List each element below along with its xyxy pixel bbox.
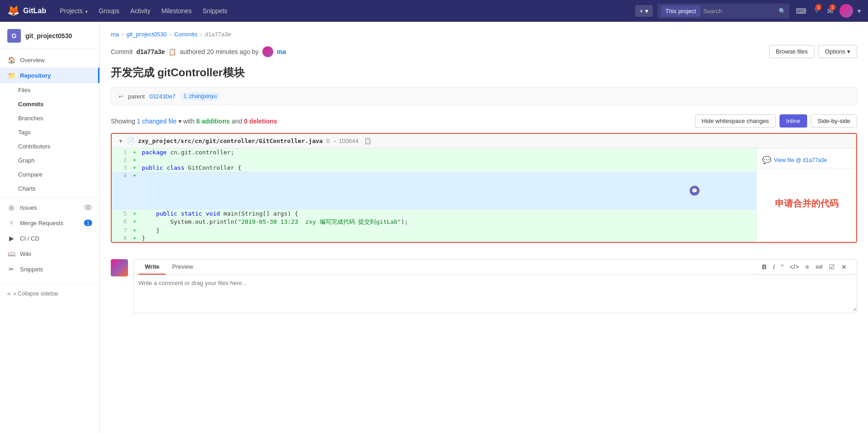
add-comment-button[interactable]: 💬 (690, 186, 700, 196)
comment-toolbar: B I " </> ≡ ≡# ☑ ✕ (757, 260, 852, 275)
wiki-icon: 📖 (7, 250, 15, 257)
topnav-right: + ▾ This project 🔍 ⌨ ⑂ 1 ✉ 1 ▾ (635, 4, 861, 19)
commenter-avatar (111, 259, 128, 276)
view-file-link[interactable]: View file @ d1a77a3e (774, 157, 827, 163)
table-row: 6 + System.out.println("2019-05-30 13:23… (112, 217, 756, 226)
file-diff-header: ▼ 📄 zxy_project/src/cn/git/controller/Gi… (112, 134, 856, 148)
this-project-button[interactable]: This project (661, 5, 700, 17)
merge-requests-icon: ⑂ (7, 219, 15, 226)
parent-merge-icon: ↩ (118, 93, 123, 100)
sidebar-item-wiki[interactable]: 📖 Wiki (0, 246, 99, 261)
changed-file-link[interactable]: 1 changed file (137, 118, 177, 125)
diff-right-panel: 💬 View file @ d1a77a3e 申请合并的代码 (756, 148, 856, 242)
search-input[interactable] (703, 8, 776, 15)
sidebar-subitem-contributors[interactable]: Contributors (0, 139, 99, 153)
sidebar-subitem-commits[interactable]: Commits (0, 97, 99, 111)
commit-authored-text: authored 20 minutes ago by (180, 48, 259, 55)
sidebar-item-issues[interactable]: ◎ Issues 0 (0, 200, 99, 215)
italic-button[interactable]: I (771, 262, 777, 271)
view-file-area: 💬 View file @ d1a77a3e (757, 152, 856, 168)
nav-projects[interactable]: Projects ▾ (55, 5, 92, 16)
cicd-icon: ▶ (7, 235, 15, 242)
sidebar-subitem-tags[interactable]: Tags (0, 125, 99, 139)
collapse-sidebar-button[interactable]: « « Collapse sidebar (0, 284, 99, 302)
breadcrumb-project[interactable]: git_project0530 (126, 31, 167, 38)
comment-box-wrap: Write Preview B I " </> ≡ ≡# ☑ ✕ (111, 259, 857, 313)
task-list-button[interactable]: ☑ (827, 262, 837, 271)
sidebar-subitem-branches[interactable]: Branches (0, 111, 99, 125)
diff-collapse-icon[interactable]: ▼ (118, 138, 123, 144)
gitlab-fox-icon: 🦊 (7, 5, 20, 17)
sidebar-item-merge-requests[interactable]: ⑂ Merge Requests 1 (0, 215, 99, 231)
comment-bubble-icon: 💬 (762, 156, 771, 164)
options-button[interactable]: Options ▾ (818, 45, 857, 58)
commit-actions: Browse files Options ▾ (769, 45, 857, 58)
sidebar-subitem-files[interactable]: Files (0, 83, 99, 97)
commit-author-avatar (262, 46, 273, 57)
comment-textarea[interactable] (134, 275, 857, 311)
comment-editor-tabs: Write Preview B I " </> ≡ ≡# ☑ ✕ (134, 260, 857, 275)
write-tab[interactable]: Write (138, 260, 166, 275)
breadcrumb-hash: d1a77a3e (205, 31, 231, 38)
file-diff: ▼ 📄 zxy_project/src/cn/git/controller/Gi… (111, 133, 857, 243)
changes-summary: Showing 1 changed file ▾ with 8 addition… (111, 114, 857, 128)
layout: G git_project0530 🏠 Overview 📁 Repositor… (0, 22, 868, 433)
commit-parent: ↩ parent 032430e7 𝕃 zhangxinyu (111, 87, 857, 105)
table-row: 4 + 💬 (112, 172, 756, 210)
nav-groups[interactable]: Groups (94, 5, 124, 16)
annotation-text: 申请合并的代码 (757, 168, 856, 238)
table-row: 2 + (112, 156, 756, 164)
code-button[interactable]: </> (788, 262, 801, 271)
sidebar-subitem-charts[interactable]: Charts (0, 182, 99, 196)
merge-requests-badge: 1 (84, 220, 92, 226)
sidebar-item-cicd[interactable]: ▶ CI / CD (0, 231, 99, 246)
fullscreen-button[interactable]: ✕ (839, 262, 848, 271)
sidebar-item-overview[interactable]: 🏠 Overview (0, 52, 99, 68)
commit-author-name: ma (277, 48, 286, 55)
create-new-button[interactable]: + ▾ (635, 5, 653, 17)
blockquote-button[interactable]: " (779, 262, 785, 271)
search-icon: 🔍 (779, 8, 786, 15)
keyboard-shortcuts-button[interactable]: ⌨ (794, 5, 808, 17)
hide-whitespace-button[interactable]: Hide whitespace changes (695, 114, 776, 128)
side-by-side-button[interactable]: Side-by-side (811, 114, 857, 128)
diff-main: 1 + package cn.git.controller; 2 + (112, 148, 756, 242)
topnav-links: Projects ▾ Groups Activity Milestones Sn… (55, 5, 232, 16)
nav-snippets[interactable]: Snippets (198, 5, 232, 16)
preview-tab[interactable]: Preview (166, 260, 199, 275)
breadcrumb-ma[interactable]: ma (111, 31, 119, 38)
changes-dropdown-icon[interactable]: ▾ (178, 118, 182, 125)
sidebar-item-snippets[interactable]: ✂ Snippets (0, 261, 99, 277)
sidebar-subitem-graph[interactable]: Graph (0, 153, 99, 167)
table-row: 1 + package cn.git.controller; (112, 148, 756, 156)
options-arrow-icon: ▾ (847, 48, 850, 55)
merge-requests-button[interactable]: ⑂ 1 (813, 5, 821, 17)
issues-icon: ◎ (7, 204, 15, 211)
browse-files-button[interactable]: Browse files (769, 45, 814, 58)
gitlab-wordmark: GitLab (23, 7, 46, 15)
diff-table: 1 + package cn.git.controller; 2 + (112, 148, 756, 242)
breadcrumb-commits[interactable]: Commits (174, 31, 197, 38)
copy-file-path-button[interactable]: 📋 (364, 138, 371, 144)
table-row: 8 + } (112, 234, 756, 242)
table-row: 7 + } (112, 226, 756, 234)
inline-view-button[interactable]: Inline (779, 114, 807, 128)
sidebar-subitem-compare[interactable]: Compare (0, 167, 99, 182)
inbox-button[interactable]: ✉ 1 (825, 5, 835, 17)
parent-hash-link[interactable]: 032430e7 (149, 93, 176, 100)
user-menu-arrow[interactable]: ▾ (858, 7, 861, 15)
project-name: git_project0530 (25, 32, 72, 39)
nav-activity[interactable]: Activity (126, 5, 155, 16)
topnav-logo[interactable]: 🦊 GitLab (7, 5, 46, 17)
unordered-list-button[interactable]: ≡ (804, 262, 811, 271)
parent-label: parent (128, 93, 145, 100)
ordered-list-button[interactable]: ≡# (814, 262, 824, 271)
user-avatar[interactable] (839, 4, 853, 18)
commit-title: 开发完成 gitController模块 (111, 65, 857, 80)
commit-hash: d1a77a3e (136, 48, 165, 55)
parent-branch-tag: 𝕃 zhangxinyu (180, 92, 221, 100)
sidebar-item-repository[interactable]: 📁 Repository (0, 68, 99, 83)
nav-milestones[interactable]: Milestones (157, 5, 196, 16)
copy-hash-button[interactable]: 📋 (168, 48, 176, 55)
bold-button[interactable]: B (760, 262, 769, 271)
